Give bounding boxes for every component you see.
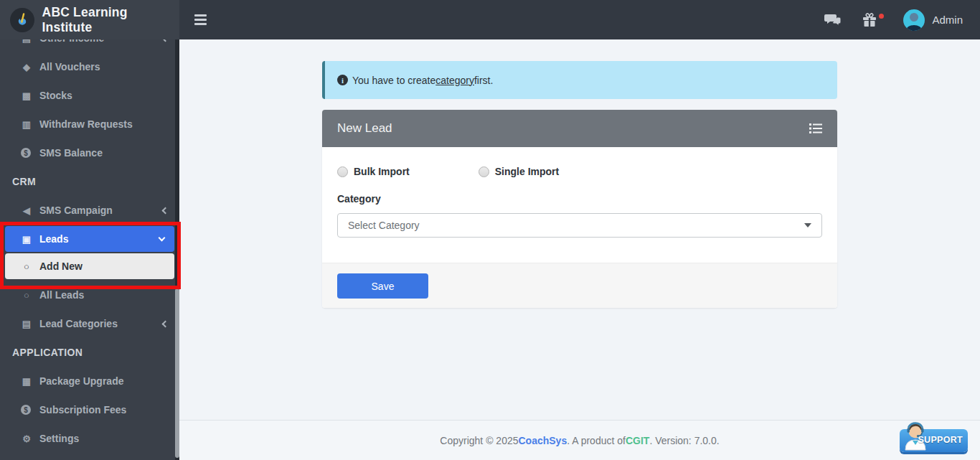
money-bill-icon: ▥ [19, 119, 34, 130]
version-text: . Version: 7.0.0. [649, 435, 719, 446]
sidebar-item-subscription-fees[interactable]: $ Subscription Fees [0, 395, 179, 424]
page-footer: Copyright © 2025 CoachSys . A product of… [179, 420, 980, 460]
chevron-left-icon [162, 39, 169, 42]
copyright-text: Copyright © 2025 [440, 435, 518, 446]
sidebar-item-label: All Leads [39, 289, 84, 301]
bulk-import-radio[interactable] [337, 166, 348, 177]
sidebar-item-label: Other Income [39, 39, 104, 44]
sidebar-item-sms-campaign[interactable]: ◀ SMS Campaign [0, 196, 179, 225]
sidebar-scrollbar-thumb[interactable] [175, 288, 179, 458]
sidebar-item-label: Settings [39, 433, 79, 444]
circle-icon: ○ [19, 290, 34, 301]
list-icon[interactable] [809, 123, 822, 134]
copyright-text: . A product of [567, 435, 626, 446]
coachsys-link[interactable]: CoachSys [518, 435, 567, 446]
megaphone-icon: ◀ [19, 205, 34, 216]
sidebar-item-label: Subscription Fees [39, 404, 126, 416]
sidebar-item-lead-categories[interactable]: ▤ Lead Categories [0, 309, 179, 338]
sidebar-section-application: APPLICATION [0, 338, 179, 367]
single-import-option[interactable]: Single Import [479, 166, 559, 177]
gifts-icon[interactable] [852, 7, 887, 33]
support-button[interactable]: SUPPORT [900, 429, 968, 452]
chevron-left-icon [162, 320, 169, 327]
radio-label: Bulk Import [354, 166, 410, 177]
sidebar-item-all-vouchers[interactable]: ◆ All Vouchers [0, 52, 179, 81]
sidebar-item-label: Leads [39, 233, 68, 245]
sidebar-item-label: Add New [39, 260, 83, 272]
cgit-link[interactable]: CGIT [626, 435, 649, 446]
money-check-icon: $ [21, 405, 31, 415]
info-icon: i [337, 75, 348, 85]
app-title: ABC Learning Institute [42, 5, 179, 35]
sidebar-item-label: All Vouchers [39, 61, 100, 72]
sidebar-item-sms-balance[interactable]: $ SMS Balance [0, 139, 179, 167]
alert-text: You have to create [352, 75, 435, 86]
alert-text: first. [474, 75, 493, 86]
support-agent-icon [901, 417, 930, 451]
panel-title: New Lead [337, 121, 392, 136]
sidebar-scrollbar-track [175, 39, 179, 460]
main-content: i You have to create category first. New… [179, 39, 980, 460]
comment-dollar-icon: $ [21, 148, 31, 158]
chevron-left-icon [162, 207, 169, 214]
messages-icon[interactable] [814, 7, 852, 33]
category-select-value: Select Category [348, 220, 420, 231]
single-import-radio[interactable] [479, 166, 489, 177]
user-name: Admin [932, 14, 963, 26]
sidebar-item-label: Withdraw Requests [39, 118, 133, 130]
info-alert: i You have to create category first. [322, 61, 837, 99]
sidebar-item-label: SMS Balance [39, 147, 103, 159]
sidebar-item-add-new[interactable]: ○ Add New [5, 253, 174, 279]
radio-label: Single Import [495, 166, 559, 177]
circle-icon: ○ [19, 261, 34, 272]
sidebar-item-label: Package Upgrade [39, 375, 124, 387]
panel-body: Bulk Import Single Import Category Selec… [322, 147, 837, 263]
new-lead-panel: New Lead Bulk Import [322, 110, 837, 308]
support-label: SUPPORT [918, 435, 963, 445]
tags-icon: ◆ [19, 62, 34, 72]
sidebar-item-package-upgrade[interactable]: ▦ Package Upgrade [0, 367, 179, 395]
address-book-icon: ▣ [19, 234, 34, 245]
bulk-import-option[interactable]: Bulk Import [337, 166, 410, 177]
notification-dot [879, 14, 884, 19]
chevron-down-icon [159, 235, 166, 242]
panel-footer: Save [322, 263, 837, 308]
category-field-label: Category [337, 193, 822, 205]
sidebar-item-stocks[interactable]: ▩ Stocks [0, 81, 179, 110]
sidebar-item-all-leads[interactable]: ○ All Leads [0, 281, 179, 309]
save-button[interactable]: Save [337, 273, 428, 299]
microchip-icon: ▦ [19, 376, 34, 387]
sidebar-toggle-icon[interactable] [194, 14, 207, 25]
category-select[interactable]: Select Category [337, 213, 822, 238]
sidebar-section-crm: CRM [0, 167, 179, 196]
sidebar-item-label: SMS Campaign [39, 205, 113, 216]
sidebar-item-label: Lead Categories [39, 318, 118, 329]
basket-icon: ▩ [19, 90, 34, 101]
id-card-icon: ▤ [19, 319, 34, 329]
app-logo-icon [10, 8, 34, 32]
category-link[interactable]: category [435, 75, 474, 86]
sidebar-item-settings[interactable]: ⚙ Settings [0, 424, 179, 453]
gear-icon: ⚙ [19, 433, 34, 444]
select-caret-icon [804, 223, 811, 227]
brand-logo-area[interactable]: ABC Learning Institute [0, 0, 179, 39]
sidebar-item-withdraw-requests[interactable]: ▥ Withdraw Requests [0, 110, 179, 139]
sidebar-nav: ▤ Other Income ◆ All Vouchers ▩ Stocks ▥… [0, 39, 179, 460]
money-icon: ▤ [19, 39, 34, 44]
sidebar-item-other-income[interactable]: ▤ Other Income [0, 39, 179, 52]
panel-header: New Lead [322, 110, 837, 147]
top-header: ABC Learning Institute Admin [0, 0, 980, 39]
user-avatar[interactable] [903, 9, 925, 31]
sidebar-item-label: Stocks [39, 90, 72, 101]
sidebar-item-leads[interactable]: ▣ Leads [5, 226, 174, 252]
